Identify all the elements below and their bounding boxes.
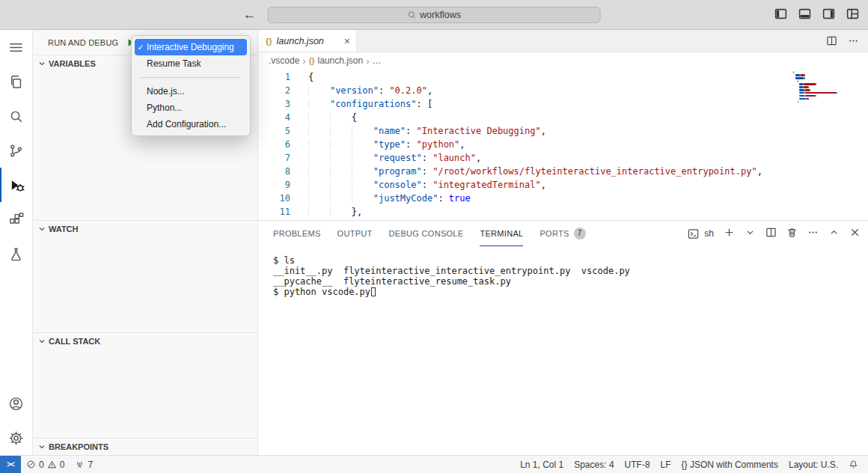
menu-item-interactive-debugging[interactable]: ✓Interactive Debugging [135,39,247,55]
back-button[interactable]: ← [243,7,256,22]
status-right: Ln 1, Col 1Spaces: 4UTF-8LF{} JSON with … [515,456,868,473]
panel-tab-label: OUTPUT [337,229,373,238]
panel-tab-debug-console[interactable]: DEBUG CONSOLE [389,221,464,246]
menu-item-label: Interactive Debugging [147,42,234,52]
line-number: 10 [258,192,290,205]
layout-panel-bottom-icon [798,7,811,20]
more-actions-icon[interactable] [848,35,859,46]
minimap[interactable] [793,71,858,104]
shell-label[interactable]: sh [704,228,714,239]
status-encoding[interactable]: UTF-8 [620,456,655,473]
activity-item-explorer[interactable] [0,64,32,99]
ellipsis-button[interactable] [807,227,819,240]
split-button[interactable] [765,227,777,240]
panel-tab-problems[interactable]: PROBLEMS [273,221,321,246]
chevron-down-button[interactable] [745,227,756,240]
layout-panel-bottom-button[interactable] [798,7,811,22]
debug-config-menu: ✓Interactive Debugging✓Resume Task✓Node.… [131,35,251,136]
status-eol[interactable]: LF [655,456,676,473]
code-line: 7 "request": "launch", [258,151,868,165]
layout-customize-button[interactable] [846,7,859,22]
terminal-content[interactable]: $ ls__init__.py flyteinteractive_interac… [258,246,868,455]
layout-sidebar-left-button[interactable] [774,7,787,22]
menu-item-label: Node.js... [147,86,185,97]
chevron-up-button[interactable] [828,227,840,240]
notifications-bell[interactable] [843,456,864,473]
line-number: 1 [258,70,290,84]
call-stack-header[interactable]: CALL STACK [33,333,257,350]
minimap-line [793,101,858,103]
menu-item-python[interactable]: ✓Python... [135,100,247,116]
layout-customize-icon [846,7,859,20]
activity-item-testing[interactable] [0,236,32,271]
menu-item-resume-task[interactable]: ✓Resume Task [135,55,247,72]
plus-icon [724,227,735,238]
menu-item-node-js[interactable]: ✓Node.js... [135,83,247,100]
activity-item-settings[interactable] [0,421,32,455]
line-number: 2 [258,84,290,97]
split-icon [765,227,777,238]
line-content: "configurations": [ [290,97,433,111]
terminal-line: __init__.py flyteinteractive_interactive… [273,266,868,276]
chevron-down-icon [37,59,46,68]
status-indentation[interactable]: Spaces: 4 [569,456,619,473]
breadcrumb-folder[interactable]: .vscode [269,55,299,66]
breadcrumb-symbol[interactable]: … [373,55,382,66]
line-content: "program": "/root/workflows/flyteinterac… [290,165,762,178]
ellipsis-icon [807,227,819,238]
breakpoints-header[interactable]: BREAKPOINTS [33,439,257,455]
ports-status[interactable]: 7 [70,456,98,473]
plus-button[interactable] [724,227,735,240]
code-line: 3 "configurations": [ [258,97,868,111]
problems-status[interactable]: 0 0 [21,456,70,473]
activity-item-search[interactable] [0,99,32,133]
layout-sidebar-right-icon [822,7,835,20]
chevron-down-icon [37,225,46,234]
trash-button[interactable] [786,227,798,240]
panel-tab-terminal[interactable]: TERMINAL [480,221,523,246]
code-line: 2 "version": "0.2.0", [258,84,868,97]
minimap-line [793,74,858,76]
activity-bar [0,30,33,455]
remote-indicator[interactable]: >< [0,456,21,473]
panel-header: PROBLEMSOUTPUTDEBUG CONSOLETERMINALPORTS… [258,221,868,246]
panel-tab-ports[interactable]: PORTS7 [540,221,585,246]
code-line: 9 "console": "integratedTerminal", [258,178,868,192]
menu-item-add-configuration[interactable]: ✓Add Configuration... [135,116,247,132]
minimap-line [793,83,858,85]
status-language-mode[interactable]: {} JSON with Comments [676,456,783,473]
chevron-down-icon [745,227,756,238]
activity-item-account[interactable] [0,386,32,421]
activity-item-extensions[interactable] [0,202,32,236]
layout-sidebar-right-button[interactable] [822,7,835,22]
menu-item-label: Add Configuration... [147,119,226,129]
search-icon [7,108,25,125]
terminal-line: $ ls [273,255,868,266]
chevron-down-icon [37,337,46,346]
breadcrumb-file[interactable]: launch.json [318,55,364,66]
activity-item-menu[interactable] [0,30,32,64]
line-number: 6 [258,138,290,151]
code-editor[interactable]: 1{2 "version": "0.2.0",3 "configurations… [258,69,868,220]
call-stack-label: CALL STACK [49,337,100,346]
panel-actions: sh [688,227,861,240]
close-tab-icon[interactable]: × [344,35,350,47]
line-content: "request": "launch", [290,151,481,165]
testing-icon [7,245,25,263]
panel-tab-label: PROBLEMS [273,229,321,238]
split-editor-icon[interactable] [826,35,837,46]
activity-bar-top [0,30,32,386]
watch-header[interactable]: WATCH [33,221,257,237]
command-center-search[interactable]: workflows [268,7,601,23]
activity-item-run-and-debug[interactable] [0,168,32,202]
close-button[interactable] [849,227,861,240]
error-icon [26,460,36,469]
tab-launch-json[interactable]: {} launch.json × [258,30,357,52]
status-cursor-position[interactable]: Ln 1, Col 1 [515,456,569,473]
status-keyboard-layout[interactable]: Layout: U.S. [783,456,843,473]
menu-separator [141,77,241,78]
panel-tab-output[interactable]: OUTPUT [337,221,373,246]
search-value: workflows [420,10,461,20]
activity-item-source-control[interactable] [0,133,32,168]
error-count: 0 [39,460,44,470]
